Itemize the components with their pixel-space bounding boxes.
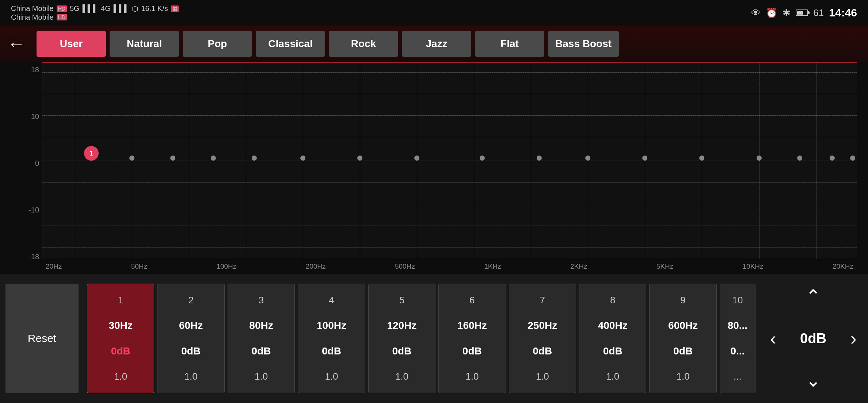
band-4-freq: 100Hz (317, 320, 346, 331)
band-6-q: 1.0 (465, 371, 479, 382)
band-list: 1 30Hz 0dB 1.0 2 60Hz 0dB 1.0 3 80Hz 0dB… (84, 284, 758, 393)
band-cell-3[interactable]: 3 80Hz 0dB 1.0 (228, 284, 295, 393)
band-5-db: 0dB (392, 345, 411, 357)
band-7-db: 0dB (533, 345, 552, 357)
band-9-freq: 600Hz (668, 320, 698, 331)
eq-line-svg (42, 62, 857, 161)
band-cell-4[interactable]: 4 100Hz 0dB 1.0 (298, 284, 365, 393)
eq-dot-6[interactable] (300, 156, 305, 161)
band-5-freq: 120Hz (387, 320, 416, 331)
band-4-db: 0dB (322, 345, 341, 357)
eq-dot-9[interactable] (480, 156, 485, 161)
band-cell-6[interactable]: 6 160Hz 0dB 1.0 (438, 284, 506, 393)
band-6-freq: 160Hz (457, 320, 487, 331)
eq-dot-3[interactable] (170, 156, 175, 161)
band-6-db: 0dB (462, 345, 482, 357)
db-adjust-row: ‹ 0dB › (758, 326, 868, 351)
preset-pop[interactable]: Pop (183, 31, 252, 57)
preset-classical[interactable]: Classical (256, 31, 325, 57)
bottom-controls: Reset 1 30Hz 0dB 1.0 2 60Hz 0dB 1.0 3 80… (0, 274, 868, 403)
band-10-db: 0... (730, 345, 745, 357)
up-arrow-button[interactable]: ⌃ (799, 284, 828, 309)
y-label-n18: -18 (28, 253, 39, 261)
battery-fill (797, 11, 803, 15)
network-4g: 4G (101, 4, 111, 13)
eq-dot-8[interactable] (414, 156, 419, 161)
band-3-db: 0dB (252, 345, 271, 357)
down-arrow-button[interactable]: ⌄ (799, 368, 828, 393)
band-cell-7[interactable]: 7 250Hz 0dB 1.0 (509, 284, 576, 393)
band-8-q: 1.0 (606, 371, 619, 382)
x-label-10khz: 10KHz (743, 262, 764, 270)
band-2-db: 0dB (181, 345, 201, 357)
chart-inner[interactable]: 1 (42, 62, 857, 259)
band-cell-1[interactable]: 1 30Hz 0dB 1.0 (87, 284, 154, 393)
eq-dot-active[interactable]: 1 (84, 146, 99, 161)
back-button[interactable]: ← (7, 33, 26, 54)
band-8-db: 0dB (603, 345, 623, 357)
eq-dot-2[interactable] (129, 156, 134, 161)
band-cell-9[interactable]: 9 600Hz 0dB 1.0 (649, 284, 716, 393)
y-label-10: 10 (31, 112, 39, 121)
band-3-freq: 80Hz (249, 320, 273, 331)
band-8-num: 8 (610, 295, 615, 306)
band-2-q: 1.0 (184, 371, 198, 382)
reset-button[interactable]: Reset (5, 284, 79, 393)
band-cell-8[interactable]: 8 400Hz 0dB 1.0 (579, 284, 646, 393)
x-label-2khz: 2KHz (570, 262, 587, 270)
y-axis: 18 10 0 -10 -18 (22, 62, 42, 274)
clock: 14:46 (829, 7, 857, 19)
status-right: 👁 ⏰ ✱ 61 14:46 (751, 7, 857, 19)
left-arrow-button[interactable]: ‹ (758, 326, 788, 351)
eq-dot-16[interactable] (830, 156, 835, 161)
preset-bassboost[interactable]: Bass Boost (548, 31, 619, 57)
preset-user[interactable]: User (37, 31, 106, 57)
band-9-q: 1.0 (677, 371, 690, 382)
band-2-num: 2 (188, 295, 193, 306)
band-7-q: 1.0 (536, 371, 549, 382)
data-speed: 16.1 K/s (141, 4, 168, 13)
carrier1-icon: ▦ (171, 5, 179, 12)
grid-h-9 (42, 247, 857, 247)
band-10-q: ... (734, 371, 742, 382)
band-10-num: 10 (732, 295, 743, 306)
preset-natural[interactable]: Natural (110, 31, 179, 57)
right-arrow-button[interactable]: › (839, 326, 868, 351)
status-bar: China Mobile HD 5G ▌▌▌ 4G ▌▌▌ ⬡ 16.1 K/s… (0, 0, 868, 26)
band-cell-5[interactable]: 5 120Hz 0dB 1.0 (368, 284, 435, 393)
eq-dot-14[interactable] (757, 156, 762, 161)
band-3-q: 1.0 (255, 371, 268, 382)
x-label-100hz: 100Hz (216, 262, 236, 270)
preset-jazz[interactable]: Jazz (402, 31, 471, 57)
grid-h-center (42, 161, 857, 161)
band-7-freq: 250Hz (528, 320, 557, 331)
signal-5g: 5G (70, 4, 80, 13)
eq-dot-17[interactable] (850, 156, 855, 161)
eq-dot-13[interactable] (699, 156, 704, 161)
carrier1-hd: HD (57, 5, 67, 12)
bluetooth-icon: ✱ (783, 7, 791, 19)
preset-flat[interactable]: Flat (475, 31, 544, 57)
preset-rock[interactable]: Rock (329, 31, 398, 57)
band-10-freq: 80... (728, 320, 747, 331)
eq-dot-7[interactable] (357, 156, 362, 161)
x-label-1khz: 1KHz (484, 262, 501, 270)
eq-dot-11[interactable] (585, 156, 590, 161)
band-2-freq: 60Hz (179, 320, 203, 331)
battery-icon (796, 9, 808, 16)
carrier2-label: China Mobile (11, 13, 54, 22)
eq-dot-5[interactable] (252, 156, 257, 161)
x-label-50hz: 50Hz (131, 262, 147, 270)
eye-icon: 👁 (751, 7, 761, 19)
x-label-500hz: 500Hz (395, 262, 415, 270)
eq-dot-15[interactable] (797, 156, 802, 161)
band-cell-2[interactable]: 2 60Hz 0dB 1.0 (157, 284, 224, 393)
eq-dot-4[interactable] (211, 156, 216, 161)
eq-dot-10[interactable] (537, 156, 542, 161)
x-label-20khz: 20KHz (833, 262, 853, 270)
eq-dot-12[interactable] (642, 156, 647, 161)
band-cell-10[interactable]: 10 80... 0... ... (720, 284, 755, 393)
x-label-5khz: 5KHz (656, 262, 673, 270)
grid-h-7 (42, 204, 857, 204)
band-4-num: 4 (329, 295, 334, 306)
